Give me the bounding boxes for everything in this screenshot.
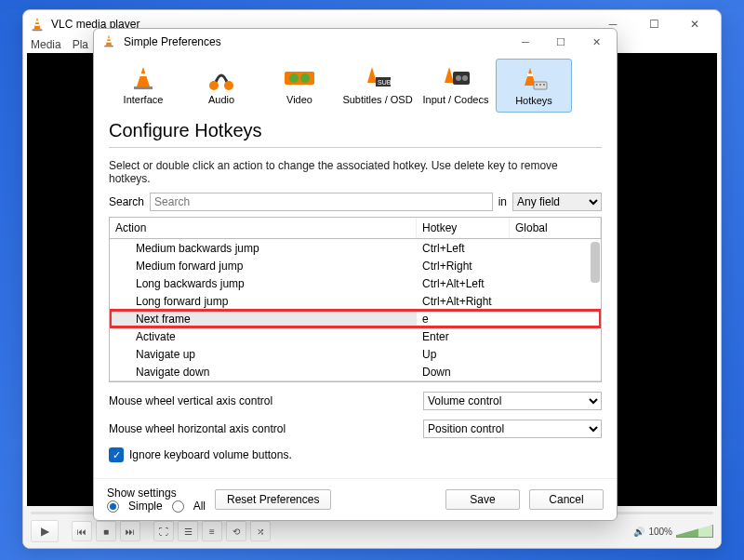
interface-icon	[125, 62, 162, 94]
hotkey-table: Action Hotkey Global Medium backwards ju…	[109, 217, 602, 382]
pref-close-button[interactable]: ✕	[579, 31, 613, 53]
mute-icon[interactable]: 🔊	[633, 527, 644, 537]
hotkey-global	[510, 353, 601, 355]
mouse-horizontal-select[interactable]: Position control	[423, 420, 602, 438]
vlc-cone-icon	[29, 16, 46, 33]
in-label: in	[498, 195, 507, 208]
hotkey-row[interactable]: ActivateEnter	[110, 327, 601, 345]
tab-hotkeys[interactable]: Hotkeys	[496, 59, 572, 113]
show-settings-label: Show settings	[107, 487, 206, 500]
hotkey-row[interactable]: Navigate upUp	[110, 345, 601, 363]
hotkey-action: Long backwards jump	[110, 276, 417, 291]
loop-button[interactable]: ⟲	[226, 521, 246, 541]
mouse-vertical-select[interactable]: Volume control	[423, 392, 602, 410]
preferences-hint: Select or double click an action to chan…	[109, 159, 602, 185]
hotkey-action: Long forward jump	[110, 294, 417, 309]
horizontal-scrollbar[interactable]	[110, 380, 601, 382]
hotkey-value: Down	[417, 365, 510, 380]
svg-rect-3	[33, 29, 43, 31]
mouse-horizontal-label: Mouse wheel horizontal axis control	[109, 422, 416, 435]
tab-subtitles[interactable]: SUB Subtitles / OSD	[339, 59, 416, 113]
shuffle-button[interactable]: ⤮	[250, 521, 271, 541]
hotkey-row[interactable]: Long backwards jumpCtrl+Alt+Left	[110, 274, 601, 292]
svg-marker-8	[137, 67, 150, 87]
svg-rect-10	[134, 87, 153, 89]
preferences-tabs: Interface Audio Video SUB Subtitles / OS…	[94, 55, 617, 113]
svg-point-11	[209, 81, 219, 90]
svg-rect-26	[536, 84, 538, 86]
tab-interface[interactable]: Interface	[105, 59, 181, 113]
hotkey-value: Ctrl+Alt+Right	[417, 294, 510, 309]
preferences-heading: Configure Hotkeys	[109, 118, 602, 148]
tab-audio-label: Audio	[208, 94, 234, 105]
hotkey-global	[510, 336, 601, 338]
cancel-button[interactable]: Cancel	[529, 489, 604, 510]
hotkey-row[interactable]: Navigate downDown	[110, 363, 601, 380]
svg-point-21	[456, 75, 461, 81]
menu-playback[interactable]: Pla	[73, 38, 88, 51]
hotkey-row[interactable]: Medium backwards jumpCtrl+Left	[110, 239, 601, 257]
search-field-select[interactable]: Any field	[512, 193, 602, 211]
pref-minimize-button[interactable]: ─	[509, 31, 542, 53]
ignore-kb-checkbox[interactable]: ✓	[109, 447, 124, 462]
svg-rect-27	[539, 84, 541, 86]
hotkey-table-header[interactable]: Action Hotkey Global	[110, 218, 601, 239]
hotkey-row[interactable]: Long forward jumpCtrl+Alt+Right	[110, 292, 601, 310]
extended-settings-button[interactable]: ☰	[178, 521, 198, 541]
next-track-button[interactable]: ⏭	[120, 521, 140, 541]
hotkey-action: Activate	[110, 329, 417, 344]
prev-track-button[interactable]: ⏮	[72, 521, 92, 541]
svg-text:SUB: SUB	[378, 79, 392, 86]
column-action[interactable]: Action	[110, 218, 417, 238]
stop-button[interactable]: ■	[96, 521, 116, 541]
save-button[interactable]: Save	[445, 489, 520, 510]
radio-simple[interactable]	[107, 500, 119, 513]
close-button[interactable]: ✕	[674, 11, 715, 37]
svg-rect-13	[285, 72, 314, 85]
svg-marker-0	[33, 18, 40, 30]
tab-video[interactable]: Video	[261, 59, 338, 113]
menu-media[interactable]: Media	[31, 38, 61, 51]
svg-rect-7	[104, 46, 113, 47]
ignore-kb-label: Ignore keyboard volume buttons.	[129, 448, 292, 461]
tab-audio[interactable]: Audio	[183, 59, 259, 113]
hotkey-global	[510, 371, 601, 373]
volume-slider[interactable]	[676, 525, 713, 538]
hotkey-value: Up	[417, 347, 510, 362]
radio-all[interactable]	[172, 500, 184, 513]
tab-input-codecs[interactable]: Input / Codecs	[418, 59, 494, 113]
pref-maximize-button[interactable]: ☐	[544, 31, 578, 53]
vertical-scrollbar[interactable]	[591, 242, 600, 283]
column-hotkey[interactable]: Hotkey	[417, 218, 510, 238]
svg-rect-24	[527, 73, 533, 76]
search-input[interactable]	[150, 193, 493, 211]
fullscreen-button[interactable]: ⛶	[153, 521, 174, 541]
svg-rect-1	[36, 20, 39, 22]
audio-icon	[203, 62, 240, 94]
hotkey-row[interactable]: Medium forward jumpCtrl+Right	[110, 257, 601, 274]
hotkey-row[interactable]: Next framee	[110, 310, 601, 327]
hotkey-value: Ctrl+Left	[417, 241, 510, 256]
tab-interface-label: Interface	[124, 94, 164, 105]
hotkey-value: Ctrl+Right	[417, 259, 510, 273]
hotkey-action: Navigate down	[110, 365, 417, 380]
column-global[interactable]: Global	[510, 218, 601, 238]
preferences-titlebar[interactable]: Simple Preferences ─ ☐ ✕	[94, 29, 617, 55]
hotkey-value: Enter	[417, 329, 510, 344]
svg-rect-5	[108, 38, 110, 40]
hotkey-action: Medium forward jump	[110, 259, 417, 273]
preferences-title-text: Simple Preferences	[124, 35, 509, 48]
svg-rect-28	[543, 84, 545, 86]
tab-hotkeys-label: Hotkeys	[515, 95, 552, 106]
hotkey-global	[510, 265, 601, 267]
hotkey-action: Navigate up	[110, 347, 417, 362]
hotkey-global	[510, 300, 601, 302]
svg-point-12	[224, 81, 233, 90]
volume-percent: 100%	[648, 527, 672, 537]
hotkey-global	[510, 247, 601, 249]
play-button[interactable]: ▶	[31, 520, 59, 542]
maximize-button[interactable]: ☐	[633, 11, 674, 37]
vlc-cone-icon	[101, 33, 118, 50]
playlist-button[interactable]: ≡	[202, 521, 222, 541]
reset-preferences-button[interactable]: Reset Preferences	[215, 489, 331, 510]
